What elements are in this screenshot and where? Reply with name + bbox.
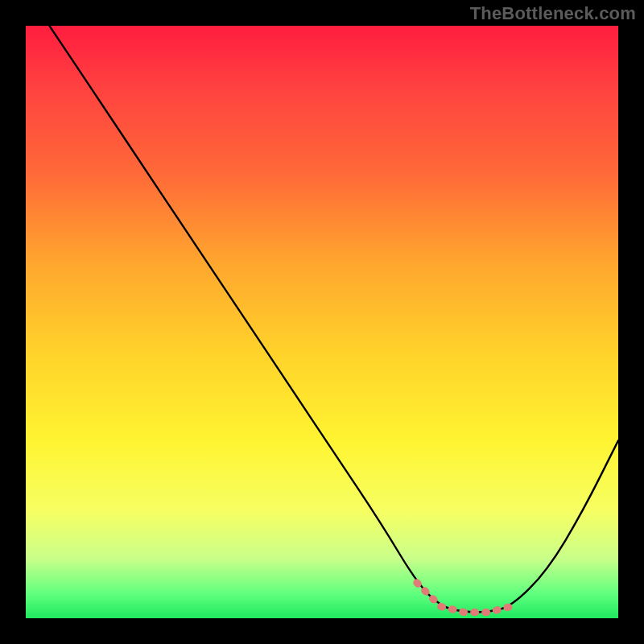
chart-frame: TheBottleneck.com	[0, 0, 644, 644]
watermark-text: TheBottleneck.com	[470, 3, 636, 24]
chart-svg	[26, 26, 618, 618]
chart-plot-area	[26, 26, 618, 618]
bottleneck-curve-line	[49, 26, 618, 613]
marker-dotted-region	[417, 583, 512, 613]
